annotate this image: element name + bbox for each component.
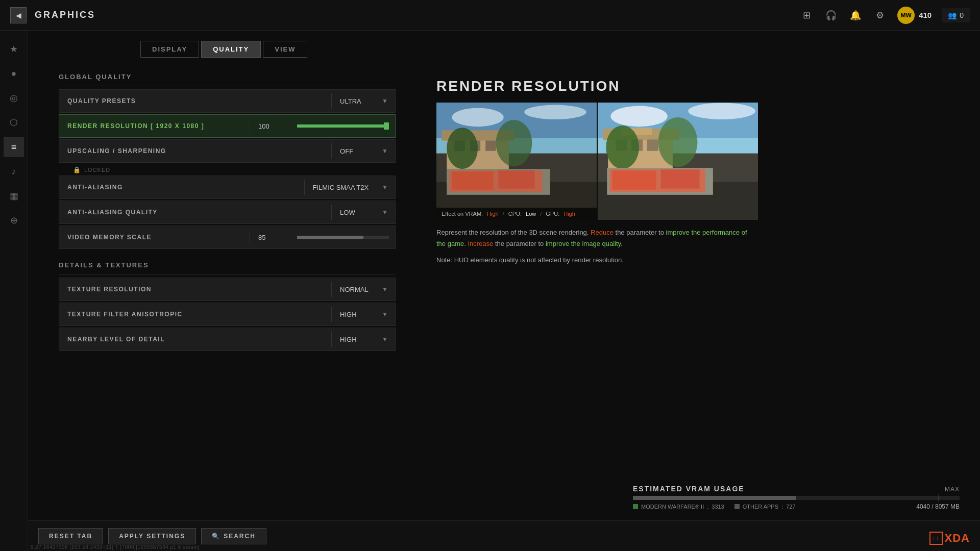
cpu-label: CPU: (508, 211, 522, 217)
svg-point-2 (452, 108, 503, 127)
search-button[interactable]: 🔍 SEARCH (201, 528, 266, 544)
tab-view[interactable]: VIEW (263, 41, 307, 58)
nearby-lod-row[interactable]: NEARBY LEVEL OF DETAIL HIGH ▼ (59, 328, 396, 351)
divider (304, 180, 305, 195)
sidebar-item-graphics[interactable]: ≡ (4, 137, 24, 157)
divider (331, 307, 332, 322)
vram-game-value: 3313 (712, 504, 724, 510)
apply-settings-button[interactable]: APPLY SETTINGS (108, 528, 196, 544)
texture-resolution-row[interactable]: TEXTURE RESOLUTION NORMAL ▼ (59, 278, 396, 301)
anti-aliasing-quality-label: ANTI-ALIASING QUALITY (59, 209, 329, 216)
vram-header: ESTIMATED VRAM USAGE MAX (633, 485, 960, 493)
video-memory-label: VIDEO MEMORY SCALE (59, 234, 248, 241)
svg-rect-27 (647, 139, 658, 151)
vram-bar-marker (939, 494, 939, 502)
svg-point-20 (688, 103, 755, 119)
vram-game-dot (633, 504, 638, 509)
divider (331, 332, 332, 347)
sidebar-item-favorites[interactable]: ★ (4, 39, 24, 59)
upscaling-value: OFF (334, 147, 375, 155)
svg-point-30 (658, 117, 698, 167)
divider (250, 118, 250, 134)
svg-rect-33 (612, 170, 656, 189)
sidebar-item-network[interactable]: ⊕ (4, 210, 24, 231)
video-memory-fill (297, 236, 363, 239)
bell-icon[interactable]: 🔔 (848, 8, 863, 22)
grid-icon[interactable]: ⊞ (799, 8, 814, 22)
sidebar: ★ ● ◎ ⬡ ≡ ♪ ▦ ⊕ (0, 31, 28, 551)
sidebar-item-grid[interactable]: ▦ (4, 186, 24, 206)
anti-aliasing-quality-value: LOW (334, 209, 375, 216)
render-resolution-row[interactable]: RENDER RESOLUTION [ 1920 X 1080 ] 100 (59, 114, 396, 138)
texture-filter-label: TEXTURE FILTER ANISOTROPIC (59, 311, 329, 318)
headphones-icon[interactable]: 🎧 (824, 8, 838, 22)
header-right: ⊞ 🎧 🔔 ⚙ MW 410 👥 0 (799, 7, 970, 24)
lock-icon: 🔒 (73, 166, 81, 173)
details-textures-section: DETAILS & TEXTURES TEXTURE RESOLUTION NO… (59, 256, 396, 351)
quality-presets-row[interactable]: QUALITY PRESETS ULTRA ▼ (59, 89, 396, 113)
upscaling-label: UPSCALING / SHARPENING (59, 147, 329, 155)
svg-rect-16 (499, 170, 535, 188)
vram-labels: MODERN WARFARE® II : 3313 OTHER APPS : 7… (633, 503, 960, 510)
video-memory-slider[interactable]: 85 (252, 234, 395, 241)
video-memory-track (297, 236, 389, 239)
divider (331, 282, 332, 297)
xda-logo: □ XDA (929, 532, 970, 545)
tab-display[interactable]: DISPLAY (140, 41, 199, 58)
content-area: GLOBAL QUALITY QUALITY PRESETS ULTRA ▼ R… (28, 68, 980, 551)
vram-title: ESTIMATED VRAM USAGE (633, 485, 745, 493)
reset-tab-button[interactable]: RESET TAB (38, 528, 103, 544)
upscaling-arrow: ▼ (375, 147, 395, 155)
tab-quality[interactable]: QUALITY (201, 41, 261, 58)
info-title: RENDER RESOLUTION (436, 78, 960, 94)
reduce-text: Reduce (591, 229, 614, 236)
friends-button[interactable]: 👥 0 (942, 8, 970, 22)
player-info: MW 410 (897, 7, 932, 24)
svg-rect-10 (485, 140, 496, 151)
quality-presets-value: ULTRA (334, 97, 375, 105)
render-resolution-value: 100 (252, 122, 293, 130)
texture-resolution-label: TEXTURE RESOLUTION (59, 286, 329, 293)
effect-bar: Effect on VRAM: High / CPU: Low / GPU: H… (436, 208, 597, 220)
anti-aliasing-quality-arrow: ▼ (375, 209, 395, 216)
quality-presets-arrow: ▼ (375, 97, 395, 105)
divider (331, 143, 332, 159)
improve-quality-text: improve the image quality. (546, 240, 623, 247)
gear-icon[interactable]: ⚙ (873, 8, 887, 22)
player-score: 410 (919, 11, 932, 19)
sidebar-item-hex[interactable]: ⬡ (4, 112, 24, 133)
anti-aliasing-row[interactable]: ANTI-ALIASING FILMIC SMAA T2X ▼ (59, 176, 396, 199)
anti-aliasing-quality-row[interactable]: ANTI-ALIASING QUALITY LOW ▼ (59, 201, 396, 224)
gpu-value: High (564, 211, 575, 217)
locked-label: LOCKED (84, 167, 110, 173)
svg-point-12 (496, 120, 532, 166)
svg-point-3 (524, 105, 586, 119)
info-description: Represent the resolution of the 3D scene… (436, 227, 753, 249)
texture-filter-row[interactable]: TEXTURE FILTER ANISOTROPIC HIGH ▼ (59, 303, 396, 326)
nearby-lod-arrow: ▼ (375, 336, 395, 343)
upscaling-row[interactable]: UPSCALING / SHARPENING OFF ▼ (59, 139, 396, 163)
svg-rect-15 (452, 171, 493, 189)
sidebar-item-scope[interactable]: ◎ (4, 88, 24, 108)
render-resolution-slider[interactable]: 100 (252, 122, 395, 130)
render-resolution-handle (384, 122, 389, 130)
render-resolution-label: RENDER RESOLUTION [ 1920 X 1080 ] (59, 122, 248, 130)
sidebar-item-dot[interactable]: ● (4, 63, 24, 84)
texture-filter-arrow: ▼ (375, 311, 395, 318)
back-button[interactable]: ◀ (10, 7, 27, 23)
middle-text: the parameter to (616, 229, 666, 236)
friends-count: 0 (960, 11, 964, 19)
info-panel: RENDER RESOLUTION (416, 68, 980, 551)
preview-container: Effect on VRAM: High / CPU: Low / GPU: H… (436, 103, 758, 220)
nearby-lod-value: HIGH (334, 336, 375, 343)
info-note: Note: HUD elements quality is not affect… (436, 255, 753, 266)
texture-filter-value: HIGH (334, 311, 375, 318)
vram-game-sep: : (707, 504, 708, 510)
render-resolution-track (297, 124, 389, 128)
texture-resolution-arrow: ▼ (375, 286, 395, 293)
increase-text: Increase (468, 240, 493, 247)
video-memory-row[interactable]: VIDEO MEMORY SCALE 85 (59, 226, 396, 249)
tabs-bar: DISPLAY QUALITY VIEW (28, 31, 980, 68)
sidebar-item-audio[interactable]: ♪ (4, 161, 24, 182)
divider (331, 93, 332, 109)
